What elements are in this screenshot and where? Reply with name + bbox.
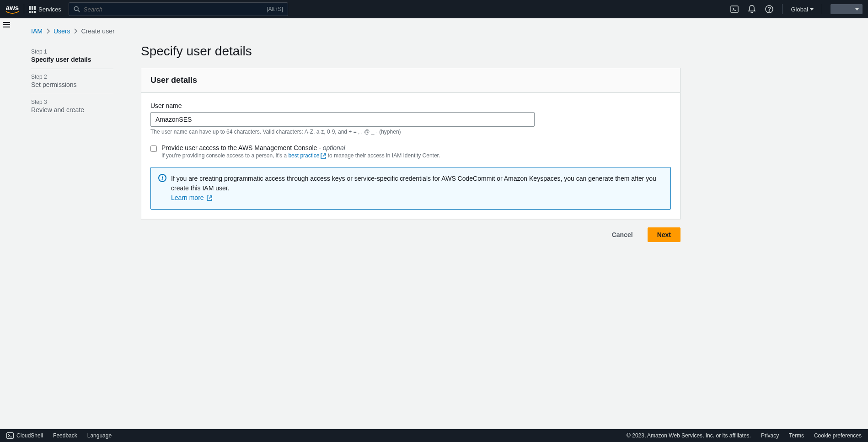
caret-down-icon [810,8,814,11]
search-input[interactable] [84,6,263,13]
search-hint: [Alt+S] [267,6,283,12]
nav-right: Global [730,4,863,14]
region-label: Global [791,6,808,13]
account-menu[interactable] [830,4,863,14]
svg-point-5 [769,11,770,11]
svg-point-0 [74,6,78,11]
search-box[interactable]: [Alt+S] [69,2,288,16]
cloudshell-icon[interactable] [730,5,739,14]
search-icon [74,6,80,12]
aws-logo[interactable]: aws [5,4,19,15]
svg-line-1 [78,11,80,12]
caret-down-icon [855,8,859,11]
help-icon[interactable] [765,5,774,14]
notifications-icon[interactable] [747,5,756,14]
grid-icon [29,6,36,13]
divider [782,4,782,14]
divider [24,4,24,14]
services-label: Services [38,6,61,13]
search-wrap: [Alt+S] [69,2,288,16]
top-nav: aws Services [Alt+S] Global [0,0,868,18]
region-selector[interactable]: Global [791,6,814,13]
services-menu[interactable]: Services [29,6,61,13]
divider [822,4,822,14]
